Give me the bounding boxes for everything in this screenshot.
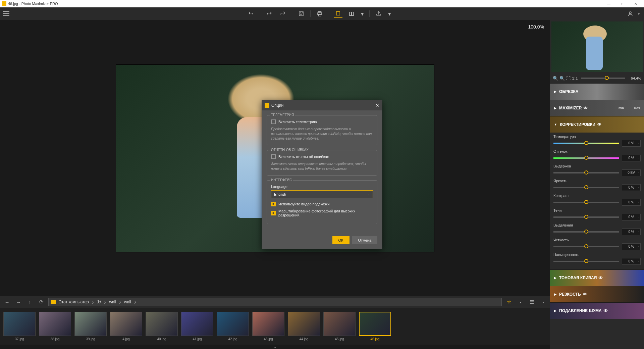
adjustment-slider[interactable]: [553, 157, 619, 159]
account-button[interactable]: [626, 9, 635, 18]
thumbnail-item[interactable]: 45.jpg: [323, 312, 356, 341]
adjustment-value[interactable]: 0 %: [622, 229, 641, 235]
thumbnail-image[interactable]: [74, 312, 107, 336]
account-dropdown[interactable]: ▾: [638, 12, 641, 16]
adjustment-value[interactable]: 0 %: [622, 243, 641, 250]
adjustment-slider[interactable]: [553, 231, 619, 233]
nav-up-button[interactable]: ↑: [25, 298, 34, 306]
redo-button[interactable]: [265, 9, 274, 18]
scaling-checkbox[interactable]: [271, 211, 276, 215]
telemetry-checkbox-row[interactable]: Включить телеметрию: [271, 119, 373, 124]
thumbnail-item[interactable]: 40.jpg: [146, 312, 178, 341]
minimize-button[interactable]: —: [602, 2, 615, 6]
adjustment-value[interactable]: 0 %: [622, 155, 641, 161]
breadcrumb-folder[interactable]: wall: [124, 300, 131, 304]
adjustment-value[interactable]: 0 %: [622, 258, 641, 265]
tips-checkbox-row[interactable]: Используйте видео подсказки: [271, 202, 373, 206]
ok-button[interactable]: ОК: [332, 236, 350, 244]
adjustment-slider[interactable]: [553, 246, 619, 247]
thumbnail-item[interactable]: 37.jpg: [3, 312, 36, 341]
breadcrumb[interactable]: Этот компьютер❯ J:\❯ wall❯ wall❯: [48, 298, 502, 306]
adjustment-slider[interactable]: [553, 143, 619, 144]
nav-forward-button[interactable]: →: [14, 298, 23, 306]
thumbnail-image[interactable]: [217, 312, 249, 336]
adjustment-slider[interactable]: [553, 216, 619, 218]
filmstrip-collapse[interactable]: ⌄: [0, 345, 550, 349]
print-button[interactable]: [315, 9, 324, 18]
svg-rect-5: [350, 12, 351, 16]
eye-icon[interactable]: 👁: [583, 292, 587, 297]
adjustment-slider[interactable]: [553, 202, 619, 203]
errors-checkbox[interactable]: [271, 154, 276, 159]
tips-checkbox[interactable]: [271, 202, 276, 206]
breadcrumb-root[interactable]: Этот компьютер: [59, 300, 89, 304]
view-options-dropdown[interactable]: ▾: [539, 298, 547, 306]
view-options-button[interactable]: ☰: [527, 298, 536, 306]
undo-button[interactable]: [247, 9, 255, 18]
thumbnail-item[interactable]: 4.jpg: [110, 312, 142, 341]
thumbnail-image[interactable]: [110, 312, 142, 336]
thumbnail-image[interactable]: [359, 312, 391, 336]
panel-noise-header[interactable]: ▶ ПОДАВЛЕНИЕ ШУМА 👁: [550, 303, 644, 319]
breadcrumb-folder[interactable]: wall: [109, 300, 116, 304]
panel-tonecurve-header[interactable]: ▶ ТОНОВАЯ КРИВАЯ 👁: [550, 270, 644, 286]
share-dropdown[interactable]: ▾: [388, 9, 392, 18]
zoom-slider[interactable]: [581, 78, 625, 79]
thumbnail-image[interactable]: [323, 312, 356, 336]
thumbnail-image[interactable]: [181, 312, 213, 336]
adjustment-slider[interactable]: [553, 261, 619, 262]
redo-alt-button[interactable]: [278, 9, 287, 18]
breadcrumb-drive[interactable]: J:\: [97, 300, 101, 304]
nav-refresh-button[interactable]: ⟳: [37, 298, 46, 306]
adjustment-value[interactable]: 0 %: [622, 214, 641, 220]
thumbnail-item[interactable]: 42.jpg: [217, 312, 249, 341]
share-button[interactable]: [374, 9, 383, 18]
thumbnail-item[interactable]: 46.jpg: [359, 312, 391, 341]
scaling-checkbox-row[interactable]: Масштабирование фотографий для высоких р…: [271, 209, 373, 217]
save-button[interactable]: [297, 9, 306, 18]
thumbnail-item[interactable]: 43.jpg: [252, 312, 284, 341]
adjustment-value[interactable]: 0 %: [622, 140, 641, 147]
adjustment-slider[interactable]: [553, 187, 619, 188]
adjustment-slider[interactable]: [553, 172, 619, 173]
nav-back-button[interactable]: ←: [3, 298, 11, 306]
zoom-in-icon[interactable]: 🔍: [559, 76, 565, 81]
errors-checkbox-row[interactable]: Включить отчеты об ошибках: [271, 154, 373, 159]
adjustment-value[interactable]: 0 %: [622, 184, 641, 191]
language-select[interactable]: English ⌄: [271, 190, 373, 198]
close-button[interactable]: ✕: [629, 2, 642, 6]
thumbnail-image[interactable]: [288, 312, 320, 336]
thumbnail-image[interactable]: [146, 312, 178, 336]
favorite-button[interactable]: ☆: [504, 298, 513, 306]
dialog-close-button[interactable]: ✕: [375, 103, 379, 108]
thumbnail-image[interactable]: [252, 312, 284, 336]
thumbnail-item[interactable]: 41.jpg: [181, 312, 213, 341]
zoom-out-icon[interactable]: 🔍: [553, 76, 558, 81]
zoom-100-icon[interactable]: 1:1: [572, 76, 578, 81]
eye-icon[interactable]: 👁: [584, 106, 588, 110]
eye-icon[interactable]: 👁: [597, 122, 601, 127]
preview-image[interactable]: [551, 21, 643, 72]
panel-maximizer-header[interactable]: ▶ MAXIMIZER 👁 minmax: [550, 100, 644, 116]
panel-sharpness-header[interactable]: ▶ РЕЗКОСТЬ 👁: [550, 286, 644, 302]
panel-crop-header[interactable]: ▶ ОБРЕЗКА: [550, 84, 644, 100]
menu-button[interactable]: [3, 10, 12, 17]
adjustment-value[interactable]: 0 EV: [622, 169, 641, 176]
thumbnail-image[interactable]: [3, 312, 36, 336]
telemetry-checkbox[interactable]: [271, 119, 276, 124]
view-dropdown[interactable]: ▾: [361, 9, 365, 18]
view-single-button[interactable]: [334, 9, 342, 18]
adjustment-value[interactable]: 0 %: [622, 199, 641, 206]
eye-icon[interactable]: 👁: [599, 276, 603, 280]
thumbnail-image[interactable]: [39, 312, 71, 336]
cancel-button[interactable]: Отмена: [352, 236, 377, 244]
view-compare-button[interactable]: [347, 9, 356, 18]
maximize-button[interactable]: □: [615, 2, 629, 6]
panel-adjustments-header[interactable]: ▼ КОРРЕКТИРОВКИ 👁: [550, 116, 644, 133]
thumbnail-item[interactable]: 44.jpg: [288, 312, 320, 341]
eye-icon[interactable]: 👁: [604, 308, 608, 313]
thumbnail-item[interactable]: 38.jpg: [39, 312, 71, 341]
favorite-dropdown[interactable]: ▾: [516, 298, 525, 306]
thumbnail-item[interactable]: 39.jpg: [74, 312, 107, 341]
zoom-fit-icon[interactable]: ⛶: [566, 76, 571, 81]
